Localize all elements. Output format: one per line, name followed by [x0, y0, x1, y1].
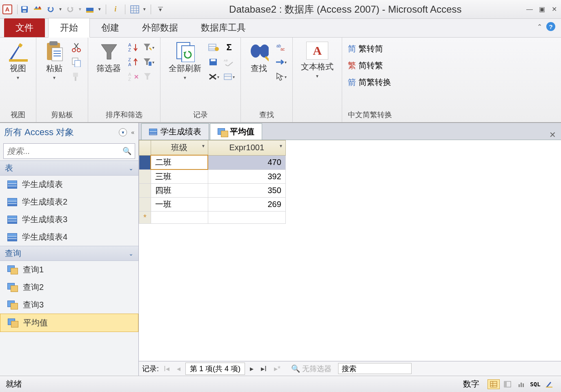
qat-db-dropdown[interactable]: ▼ — [98, 7, 102, 11]
qat-info-icon[interactable]: i — [110, 4, 121, 15]
save-icon[interactable] — [19, 4, 30, 15]
cell[interactable]: 470 — [208, 155, 285, 169]
clear-sort-icon[interactable]: AZ — [127, 71, 139, 82]
cell[interactable]: 350 — [208, 184, 285, 198]
help-icon[interactable]: ? — [546, 22, 555, 31]
cell[interactable]: 269 — [208, 198, 285, 212]
tab-home[interactable]: 开始 — [48, 18, 90, 38]
design-view-button[interactable] — [543, 379, 555, 389]
close-tab-icon[interactable]: ✕ — [549, 130, 556, 140]
more-records-icon[interactable]: ▾ — [223, 71, 235, 82]
last-record-button[interactable]: ▸I — [258, 364, 269, 373]
new-record-icon[interactable] — [208, 42, 219, 53]
table-row[interactable]: 四班 350 — [139, 184, 286, 198]
spelling-icon[interactable]: ᴬᴮ — [223, 56, 235, 68]
nav-section-queries[interactable]: 查询⌄ — [0, 246, 138, 261]
row-selector[interactable] — [139, 198, 151, 212]
copy-icon[interactable] — [71, 56, 82, 68]
qat-icon-2[interactable] — [32, 4, 43, 15]
qat-table-icon[interactable] — [129, 4, 140, 15]
goto-icon[interactable]: ▾ — [275, 56, 287, 68]
selection-filter-icon[interactable]: ▾ — [143, 42, 154, 53]
format-painter-icon[interactable] — [71, 71, 82, 82]
cell[interactable]: 二班 — [151, 155, 208, 169]
column-header-expr[interactable]: Expr1001▼ — [208, 140, 285, 156]
redo-dropdown[interactable]: ▼ — [78, 7, 82, 11]
nav-collapse-icon[interactable]: « — [131, 129, 134, 136]
minimize-button[interactable]: — — [525, 5, 534, 13]
close-button[interactable]: ✕ — [550, 5, 559, 13]
sort-desc-icon[interactable]: ZA — [127, 56, 139, 68]
tab-create[interactable]: 创建 — [90, 18, 131, 37]
pivot-table-view-button[interactable] — [501, 379, 514, 389]
find-button[interactable]: 查找 — [247, 40, 271, 76]
replace-icon[interactable]: abac — [275, 42, 287, 53]
nav-menu-icon[interactable]: ▼ — [119, 128, 127, 136]
cell[interactable] — [208, 212, 285, 224]
row-selector[interactable] — [139, 155, 151, 169]
refresh-all-button[interactable]: 全部刷新 ▼ — [166, 40, 204, 82]
nav-query-item[interactable]: 查询3 — [0, 296, 138, 314]
tab-dbtools[interactable]: 数据库工具 — [189, 18, 257, 37]
cut-icon[interactable] — [71, 42, 82, 53]
select-all-cell[interactable] — [139, 140, 151, 156]
doc-tab-query[interactable]: 平均值 — [210, 123, 262, 140]
first-record-button[interactable]: I◂ — [161, 364, 172, 373]
sql-view-button[interactable]: SQL — [529, 379, 541, 389]
tab-external[interactable]: 外部数据 — [131, 18, 189, 37]
nav-search[interactable]: 🔍 — [3, 143, 135, 159]
table-row[interactable]: 二班 470 — [139, 155, 286, 169]
to-traditional-button[interactable]: 繁简转繁 — [348, 59, 383, 72]
totals-icon[interactable]: Σ — [223, 42, 235, 53]
table-row[interactable]: 三班 392 — [139, 169, 286, 184]
select-icon[interactable]: ▾ — [275, 71, 287, 82]
delete-record-icon[interactable]: ▾ — [208, 71, 219, 82]
minimize-ribbon-icon[interactable]: ⌃ — [537, 23, 542, 31]
toggle-filter-icon[interactable] — [143, 71, 154, 82]
nav-header[interactable]: 所有 Access 对象 ▼ « — [0, 123, 138, 142]
prev-record-button[interactable]: ◂ — [174, 364, 183, 373]
new-record-selector[interactable]: * — [139, 212, 151, 224]
new-record-row[interactable]: * — [139, 212, 286, 224]
nav-query-item[interactable]: 查询2 — [0, 278, 138, 296]
cell[interactable]: 392 — [208, 169, 285, 184]
chinese-convert-button[interactable]: 箭简繁转换 — [348, 76, 391, 89]
nav-query-item[interactable]: 平均值 — [0, 314, 138, 332]
cell[interactable]: 一班 — [151, 198, 208, 212]
nav-query-item[interactable]: 查询1 — [0, 261, 138, 278]
search-input[interactable] — [7, 147, 122, 156]
nav-table-item[interactable]: 学生成绩表2 — [0, 193, 138, 211]
nav-section-tables[interactable]: 表⌄ — [0, 160, 138, 176]
table-row[interactable]: 一班 269 — [139, 198, 286, 212]
tab-file[interactable]: 文件 — [4, 18, 45, 37]
text-format-button[interactable]: A 文本格式 ▼ — [298, 40, 336, 80]
cell[interactable]: 三班 — [151, 169, 208, 184]
record-search-input[interactable] — [338, 363, 412, 374]
new-record-nav-button[interactable]: ▸* — [272, 364, 283, 373]
qat-db-icon[interactable] — [85, 4, 95, 15]
datasheet-grid[interactable]: 班级▼ Expr1001▼ 二班 470 三班 392 四班 350 — [139, 140, 561, 361]
nav-table-item[interactable]: 学生成绩表4 — [0, 228, 138, 246]
sort-asc-icon[interactable]: AZ — [127, 42, 139, 53]
undo-icon[interactable] — [45, 4, 56, 15]
datasheet-view-button[interactable] — [488, 379, 500, 389]
cell[interactable]: 四班 — [151, 184, 208, 198]
nav-table-item[interactable]: 学生成绩表 — [0, 176, 138, 193]
to-simplified-button[interactable]: 简繁转简 — [348, 42, 383, 55]
pivot-chart-view-button[interactable] — [515, 379, 528, 389]
paste-button[interactable]: 粘贴 ▼ — [42, 40, 67, 82]
redo-icon[interactable] — [65, 4, 76, 15]
filter-button[interactable]: 筛选器 — [94, 40, 123, 76]
search-icon[interactable]: 🔍 — [122, 147, 131, 156]
row-selector[interactable] — [139, 169, 151, 184]
cell[interactable] — [151, 212, 208, 224]
view-button[interactable]: 视图 ▼ — [6, 40, 30, 82]
advanced-filter-icon[interactable]: ▾ — [143, 56, 154, 68]
undo-dropdown[interactable]: ▼ — [58, 7, 62, 11]
column-header-class[interactable]: 班级▼ — [151, 140, 208, 156]
save-record-icon[interactable] — [208, 56, 219, 68]
doc-tab-table[interactable]: 学生成绩表 — [141, 123, 209, 140]
next-record-button[interactable]: ▸ — [247, 364, 256, 373]
maximize-button[interactable]: ▣ — [537, 5, 546, 13]
row-selector[interactable] — [139, 184, 151, 198]
